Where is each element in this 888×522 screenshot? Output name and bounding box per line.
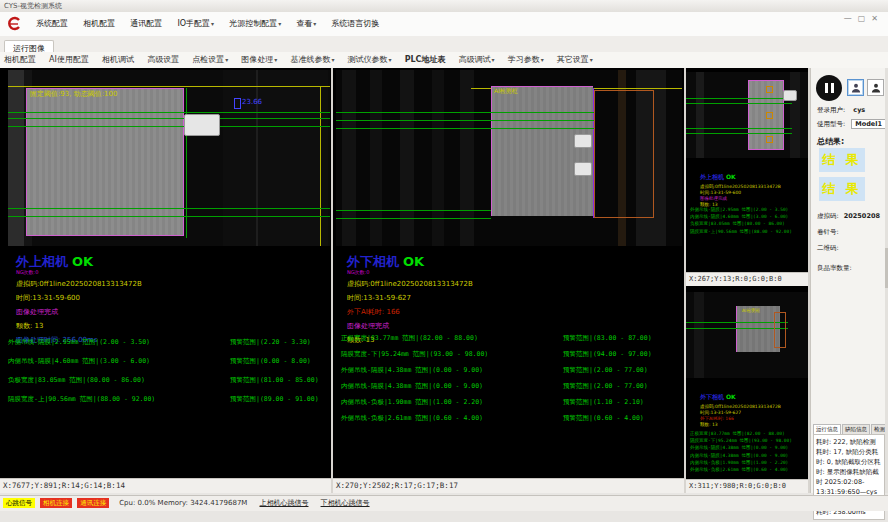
tool-spot-check[interactable]: 点检设置▾ — [192, 52, 228, 68]
measure-line — [8, 126, 330, 127]
machine-structure — [342, 70, 356, 246]
window-controls: —▢✕ — [844, 14, 884, 23]
submenu-arrow-icon: ▾ — [278, 20, 281, 27]
thumb1-image — [686, 72, 808, 158]
separator-region — [26, 88, 184, 236]
measure-line — [686, 322, 788, 323]
toolbar: 相机配置 AI使用配置 相机调试 高级设置 点检设置▾ 图像处理▾ 基准线参数▾… — [0, 52, 888, 69]
info-tabs: 运行信息缺陷信息检测信息 — [813, 424, 888, 434]
measure-line — [336, 128, 594, 129]
left-camera-image[interactable]: 固定阈值:93, 动态阈值:100 23.66 — [8, 70, 330, 246]
tool-advanced-debug[interactable]: 高级调试▾ — [459, 52, 495, 68]
thumb1-info: 外上相机OK 虚拟码:0ff1line2025020813313472B 时间:… — [700, 164, 781, 207]
measure-line — [686, 328, 788, 329]
tool-camera-debug[interactable]: 相机调试 — [102, 52, 134, 68]
thumbnail-1[interactable]: 外上相机OK 虚拟码:0ff1line2025020813313472B 时间:… — [686, 68, 808, 286]
tool-baseline-params[interactable]: 基准线参数▾ — [290, 52, 334, 68]
maximize-icon[interactable]: ▢ — [858, 14, 872, 23]
measure-row: 外侧吊线-隔膜|4.38mm 范围|(0.00 - 9.00)预警范围|(2.0… — [341, 366, 681, 375]
tool-camera-config[interactable]: 相机配置 — [4, 52, 36, 68]
ai-time-line: 外下AI耗时: 166 — [700, 416, 781, 421]
thumb2-info: 外下相机OK 虚拟码:0ff1line2025020813313472B 时间:… — [700, 384, 781, 427]
separator-region — [491, 86, 593, 216]
menu-comm-config[interactable]: 通讯配置 — [130, 12, 162, 36]
machine-structure — [256, 70, 258, 246]
tool-plc-table[interactable]: PLC地址表 — [405, 52, 446, 68]
tool-image-process[interactable]: 图像处理▾ — [241, 52, 277, 68]
submenu-arrow-icon: ▾ — [274, 56, 277, 63]
menu-bar: 系统配置 相机配置 通讯配置 IO手配置▾ 光源控制配置▾ 查看▾ 系统语言切换 — [0, 12, 888, 37]
machine-structure — [790, 72, 800, 158]
measure-line — [8, 118, 330, 119]
status-ok: OK — [726, 173, 736, 180]
machine-structure — [694, 292, 704, 378]
camera-connect-badge: 相机连接 — [40, 498, 72, 508]
machine-structure — [8, 70, 24, 246]
machine-structure — [432, 70, 444, 246]
measure-row: 隔膜宽度-上|90.56mm 范围|(88.00 - 92.00)预警范围|(8… — [8, 395, 330, 404]
left-measurements: 外侧吊线-隔膜|2.95mm 范围|(2.00 - 3.50)预警范围|(2.2… — [8, 338, 330, 404]
close-icon[interactable]: ✕ — [871, 14, 884, 23]
login-user-row: 登录用户: cys — [817, 106, 865, 115]
window-titlebar: CYS-视觉检测系统 — [0, 0, 888, 12]
yield-count-label: 良品率数量: — [817, 264, 852, 273]
pause-button[interactable] — [816, 75, 842, 101]
measure-line — [686, 128, 792, 129]
login-user-button[interactable] — [847, 79, 864, 96]
menu-io-config[interactable]: IO手配置▾ — [177, 12, 214, 36]
ai-detect-box — [594, 90, 654, 218]
middle-pixel-coords: X:270;Y:2502;R:17;G:17;B:17 — [333, 478, 684, 493]
sidebar: 登录用户: cys 使用型号: Model1 总结果: 结 果 结 果 虚拟码:… — [810, 68, 888, 493]
app-logo-icon — [6, 16, 22, 32]
time-line: 时间:13-31-59-627 — [347, 293, 473, 303]
tool-learning-params[interactable]: 学习参数▾ — [508, 52, 544, 68]
user-manage-button[interactable] — [867, 79, 884, 96]
count-line: 颗数: 13 — [700, 422, 781, 427]
measure-row: 外侧吊线-负极|2.61mm 范围|(0.60 - 4.00) — [690, 466, 792, 473]
tab-defect-info[interactable]: 缺陷信息 — [842, 424, 870, 434]
tab-connector — [783, 90, 797, 101]
menu-system-config[interactable]: 系统配置 — [36, 12, 68, 36]
model-label: 使用型号: — [817, 120, 845, 128]
thumbnail-2[interactable]: AI检测框 外下相机OK 虚拟码:0ff1line202502081331347… — [686, 290, 808, 493]
tab-run-info[interactable]: 运行信息 — [813, 424, 841, 434]
qr-code-label: 二维码: — [817, 244, 839, 253]
submenu-arrow-icon: ▾ — [389, 56, 392, 63]
tool-advanced-settings[interactable]: 高级设置 — [147, 52, 179, 68]
camera-name: 外下相机 — [700, 393, 724, 400]
tab-row: 运行图像 — [0, 36, 888, 53]
submenu-arrow-icon: ▾ — [541, 56, 544, 63]
thumb2-image: AI检测框 — [686, 292, 808, 378]
menu-light-config[interactable]: 光源控制配置▾ — [229, 12, 281, 36]
middle-camera-image[interactable]: AI检测框 — [336, 70, 682, 246]
tool-other-settings[interactable]: 其它设置▾ — [557, 52, 593, 68]
minimize-icon[interactable]: — — [844, 14, 858, 23]
time-line: 时间:13-31-59-600 — [16, 293, 142, 303]
submenu-arrow-icon: ▾ — [492, 56, 495, 63]
blue-measure-label: 23.66 — [242, 98, 262, 106]
middle-measurements: 正极宽度|83.77mm 范围|(82.00 - 88.00)预警范围|(83.… — [341, 334, 681, 423]
menu-camera-config[interactable]: 相机配置 — [83, 12, 115, 36]
pin-number-label: 卷针号: — [817, 228, 839, 237]
orange-marker — [766, 112, 773, 119]
left-camera-info: 外上相机OK NG次数:0 虚拟码:0ff1line20250208133134… — [16, 251, 142, 345]
menu-language-switch[interactable]: 系统语言切换 — [331, 12, 379, 36]
upper-camera-heartbeat-link[interactable]: 上相机心跳信号 — [259, 499, 308, 507]
measure-row: 内侧吊线-隔膜|4.60mm 范围|(3.00 - 6.00)预警范围|(0.0… — [8, 357, 330, 366]
tool-tester-params[interactable]: 测试仪参数▾ — [348, 52, 392, 68]
tool-ai-config[interactable]: AI使用配置 — [49, 52, 89, 68]
model-select[interactable]: Model1 — [851, 119, 886, 129]
process-done-line: 图像处理完成 — [347, 321, 473, 331]
threshold-overlay-label: 固定阈值:93, 动态阈值:100 — [30, 89, 117, 99]
login-user-label: 登录用户: — [817, 106, 845, 114]
process-done-line: 图像处理完成 — [16, 307, 142, 317]
camera-name: 外下相机 — [347, 254, 399, 269]
login-user-value: cys — [853, 106, 865, 114]
user-login-icon — [850, 82, 862, 94]
yellow-guide-line — [320, 86, 321, 246]
pause-icon — [831, 83, 834, 93]
menu-view[interactable]: 查看▾ — [296, 12, 316, 36]
measure-line — [336, 120, 594, 121]
measure-row: 内侧吊线-负极|1.90mm 范围|(1.00 - 2.20)预警范围|(1.1… — [341, 398, 681, 407]
lower-camera-heartbeat-link[interactable]: 下相机心跳信号 — [321, 499, 370, 507]
